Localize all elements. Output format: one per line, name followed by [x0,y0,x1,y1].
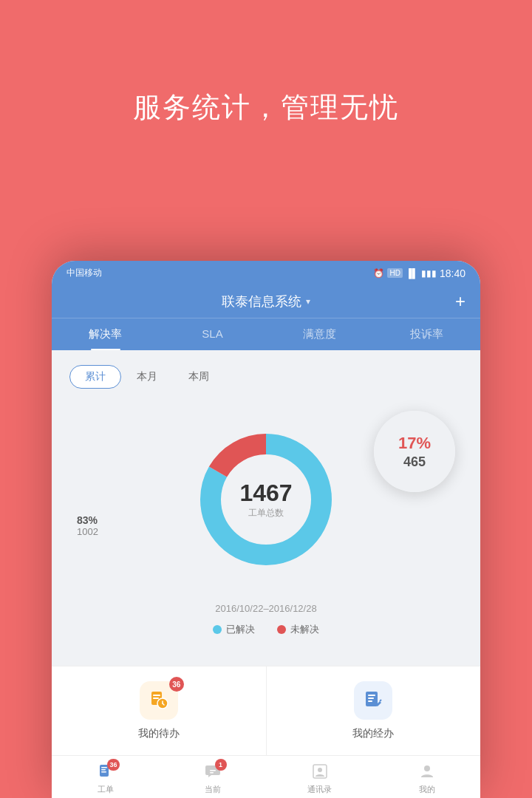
contacts-nav-label: 通讯录 [307,784,332,795]
my-pending-action[interactable]: 36 我的待办 [52,666,267,755]
feedback-nav-label: 当前 [205,784,221,795]
period-cumulative[interactable]: 累计 [69,365,121,389]
app-title[interactable]: 联泰信息系统 ▾ [222,293,310,310]
quick-actions: 36 我的待办 我的经办 [52,666,480,755]
chevron-down-icon: ▾ [306,296,310,307]
contacts-icon [310,762,330,781]
svg-rect-18 [101,771,106,773]
hero-section: 服务统计，管理无忧 [0,0,532,171]
add-button[interactable]: + [455,291,466,312]
feedback-badge: 1 [215,759,227,771]
content-area: 累计 本月 本周 83% 1002 [52,350,480,666]
tab-sla[interactable]: SLA [159,318,266,350]
chart-legend: 已解决 未解决 [69,623,463,636]
legend-resolved: 已解决 [213,623,255,636]
handled-icon-wrap [354,681,392,720]
svg-line-14 [380,700,381,701]
date-range: 2016/10/22–2016/12/28 [69,603,463,614]
bottom-navigation: 36 工单 1 当前 [52,755,480,798]
tab-navigation: 解决率 SLA 满意度 投诉率 [52,318,480,350]
nav-mine[interactable]: 我的 [373,762,480,795]
tab-satisfaction[interactable]: 满意度 [266,318,373,350]
tab-resolution[interactable]: 解决率 [52,318,159,350]
workorder-icon: 36 [96,762,115,781]
svg-rect-17 [101,769,106,771]
svg-point-22 [318,768,322,772]
chart-area: 83% 1002 1467 工单总数 [69,403,463,596]
workorder-badge: 36 [107,759,119,771]
hero-tagline: 服务统计，管理无忧 [0,0,532,171]
mine-nav-label: 我的 [419,784,435,795]
svg-rect-4 [153,695,160,696]
battery-icon: ▮▮▮ [421,268,437,279]
my-handled-action[interactable]: 我的经办 [267,666,481,755]
period-monthly[interactable]: 本月 [121,365,173,389]
svg-rect-16 [101,767,107,768]
svg-rect-19 [210,770,216,771]
tab-complaint[interactable]: 投诉率 [373,318,480,350]
donut-chart: 1467 工单总数 [192,426,340,573]
resolved-dot [213,625,222,634]
workorder-nav-label: 工单 [98,784,114,795]
tooltip-bubble: 17% 465 [374,411,455,492]
carrier-text: 中国移动 [66,267,102,279]
svg-rect-20 [210,772,214,774]
app-header: 联泰信息系统 ▾ + [52,285,480,318]
donut-center: 1467 工单总数 [239,480,292,519]
time-display: 18:40 [440,267,466,279]
mine-icon [417,762,437,781]
handled-icon-bg [354,681,392,720]
nav-contacts[interactable]: 通讯录 [266,762,373,795]
nav-workorder[interactable]: 36 工单 [52,762,159,795]
svg-rect-5 [153,698,159,699]
handled-label: 我的经办 [352,727,394,740]
nav-feedback[interactable]: 1 当前 [159,762,266,795]
svg-rect-12 [368,700,372,702]
phone-mockup: 中国移动 ⏰ HD ▐▌ ▮▮▮ 18:40 联泰信息系统 ▾ + 解决率 SL… [52,261,480,798]
pending-label: 我的待办 [138,727,180,740]
svg-point-23 [424,765,430,771]
status-bar: 中国移动 ⏰ HD ▐▌ ▮▮▮ 18:40 [52,261,480,285]
status-icons: ⏰ HD ▐▌ ▮▮▮ 18:40 [373,267,466,279]
svg-rect-11 [368,698,374,699]
feedback-icon: 1 [203,762,222,781]
clock-icon: ⏰ [373,268,384,279]
period-weekly[interactable]: 本周 [173,365,225,389]
period-selector: 累计 本月 本周 [69,365,463,389]
signal-icon: ▐▌ [406,268,418,279]
svg-rect-10 [368,695,375,696]
legend-unresolved: 未解决 [277,623,319,636]
hd-icon: HD [387,268,402,278]
pending-icon-wrap: 36 [140,681,178,720]
unresolved-dot [277,625,286,634]
resolved-label: 83% 1002 [77,514,98,537]
pending-badge: 36 [169,677,184,692]
